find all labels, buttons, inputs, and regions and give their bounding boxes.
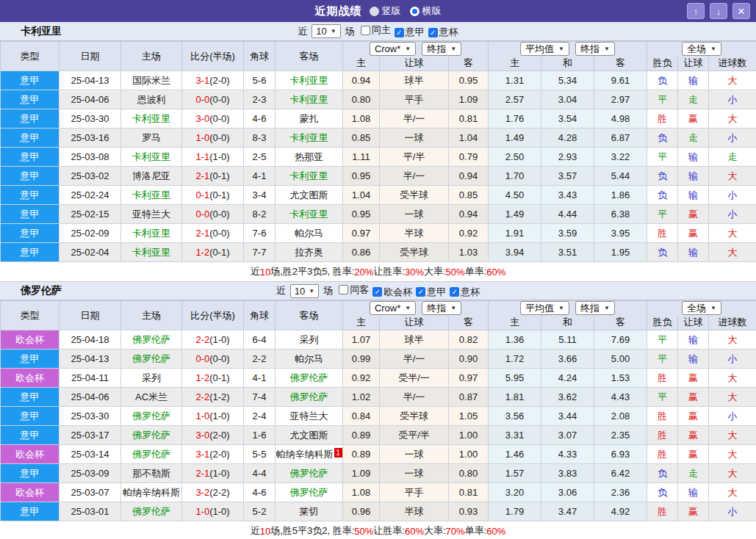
cell-result-goals: 小 xyxy=(709,186,756,205)
col-header-away: 客场 xyxy=(276,42,343,71)
final-odds-select[interactable]: 终指▼ xyxy=(422,42,461,56)
cell-avg-away: 1.86 xyxy=(594,186,647,205)
match-row: 意甲25-02-09卡利亚里2-1(0-0)7-6帕尔马0.97半球0.921.… xyxy=(1,224,756,243)
chevron-down-icon: ▼ xyxy=(405,305,411,311)
cell-avg-draw: 3.44 xyxy=(541,407,594,426)
cell-odds-home: 0.96 xyxy=(343,502,380,521)
chevron-down-icon: ▼ xyxy=(558,46,564,52)
cell-home-team: 帕纳辛纳科斯 xyxy=(121,483,182,502)
scope-select[interactable]: 全场▼ xyxy=(682,301,721,315)
cell-away-team: 尤文图斯 xyxy=(276,186,343,205)
cell-odds-handicap: 一球 xyxy=(380,464,449,483)
cell-result-goals: 大 xyxy=(709,464,756,483)
recent-count-select[interactable]: 10 ▼ xyxy=(312,24,340,38)
average-final-select[interactable]: 终指▼ xyxy=(575,42,615,56)
checkbox-checked-icon: ✓ xyxy=(372,287,382,297)
average-select[interactable]: 平均值▼ xyxy=(520,42,569,56)
cell-date: 25-03-17 xyxy=(60,426,121,445)
cell-result-handicap: 输 xyxy=(678,167,709,186)
cell-home-team: 佛罗伦萨 xyxy=(121,330,182,350)
cell-avg-away: 5.44 xyxy=(594,167,647,186)
cell-odds-home: 1.11 xyxy=(343,148,380,167)
cell-result-handicap: 走 xyxy=(678,129,709,148)
cell-avg-home: 1.49 xyxy=(489,129,541,148)
cell-result-handicap: 输 xyxy=(678,330,709,350)
final-odds-select[interactable]: 终指▼ xyxy=(422,301,461,315)
match-row: 意甲25-03-16罗马1-0(0-0)8-3卡利亚里0.85一球1.041.4… xyxy=(1,129,756,148)
scope-select[interactable]: 全场▼ xyxy=(682,42,721,56)
checkbox-label: 意甲 xyxy=(427,286,446,299)
filter-checkbox[interactable]: ✓意杯 xyxy=(428,26,458,39)
cell-avg-away: 3.22 xyxy=(594,148,647,167)
close-button[interactable]: ✕ xyxy=(732,3,750,19)
cell-avg-home: 1.49 xyxy=(489,205,541,224)
cell-home-team: 佛罗伦萨 xyxy=(121,502,182,521)
filter-checkbox[interactable]: 同客 xyxy=(339,283,369,297)
odds-group-header: Crow*▼ 终指▼ xyxy=(343,301,489,316)
cell-date: 25-03-09 xyxy=(60,464,121,483)
move-down-button[interactable]: ↓ xyxy=(710,3,727,19)
cell-avg-home: 3.94 xyxy=(489,243,541,262)
cell-odds-handicap: 球半 xyxy=(380,71,449,90)
filter-checkbox[interactable]: ✓意甲 xyxy=(416,286,446,299)
cell-avg-home: 2.50 xyxy=(489,148,541,167)
cell-league: 意甲 xyxy=(1,426,60,445)
cell-result-handicap: 赢 xyxy=(678,407,709,426)
average-group-header: 平均值▼ 终指▼ xyxy=(489,301,647,316)
cell-odds-home: 1.08 xyxy=(343,109,380,129)
cell-odds-handicap: 平/半 xyxy=(380,148,449,167)
summary-segment: 单率: xyxy=(465,524,487,538)
move-up-button[interactable]: ↑ xyxy=(687,3,705,19)
cell-league: 欧会杯 xyxy=(1,445,60,464)
team-name: 佛罗伦萨 xyxy=(21,284,62,297)
cell-date: 25-03-07 xyxy=(60,483,121,502)
average-select[interactable]: 平均值▼ xyxy=(520,301,569,315)
bookmaker-select[interactable]: Crow*▼ xyxy=(370,42,416,56)
radio-vertical-layout[interactable]: 竖版 xyxy=(370,4,401,18)
summary-segment: 60% xyxy=(486,267,505,278)
match-row: 意甲25-03-02博洛尼亚2-1(0-1)4-1卡利亚里0.95半/一0.94… xyxy=(1,167,756,186)
cell-corner: 1-6 xyxy=(244,426,276,445)
cell-league: 欧会杯 xyxy=(1,483,60,502)
matches-table-fiorentina: 类型 日期 主场 比分(半场) 角球 客场 Crow*▼ 终指▼ 平均值▼ 终指… xyxy=(0,300,756,521)
radio-horizontal-layout[interactable]: 横版 xyxy=(410,4,442,18)
cell-avg-home: 1.31 xyxy=(489,71,541,90)
sub-header-avg-home: 主 xyxy=(489,57,541,71)
cell-result-handicap: 输 xyxy=(678,243,709,262)
cell-odds-away: 0.93 xyxy=(449,502,489,521)
cell-corner: 5-6 xyxy=(244,71,276,90)
cell-avg-away: 4.92 xyxy=(594,502,647,521)
cell-odds-home: 1.09 xyxy=(343,464,380,483)
col-header-date: 日期 xyxy=(60,301,121,330)
cell-avg-away: 6.93 xyxy=(594,445,647,464)
cell-home-team: 卡利亚里 xyxy=(121,186,182,205)
col-header-score: 比分(半场) xyxy=(182,42,244,71)
filter-checkbox[interactable]: ✓意杯 xyxy=(450,286,480,299)
recent-count-select[interactable]: 10 ▼ xyxy=(290,284,319,298)
bookmaker-select[interactable]: Crow*▼ xyxy=(370,301,416,315)
cell-result-outcome: 负 xyxy=(647,464,678,483)
cell-odds-home: 0.89 xyxy=(343,445,380,464)
summary-segment: 场,胜2平3负5, 胜率: xyxy=(270,265,354,278)
cell-odds-home: 0.99 xyxy=(343,350,380,369)
cell-result-goals: 小 xyxy=(709,407,756,426)
sub-header-odds-home: 主 xyxy=(343,316,380,330)
cell-odds-home: 0.84 xyxy=(343,407,380,426)
cell-avg-home: 1.91 xyxy=(489,224,541,243)
filter-checkbox[interactable]: 同主 xyxy=(361,23,391,37)
cell-odds-handicap: 受平/半 xyxy=(380,426,449,445)
filter-checkbox[interactable]: ✓欧会杯 xyxy=(372,286,412,299)
cell-avg-away: 5.00 xyxy=(594,350,647,369)
cell-result-outcome: 胜 xyxy=(647,109,678,129)
cell-result-goals: 小 xyxy=(709,205,756,224)
chevron-down-icon: ▼ xyxy=(450,46,456,52)
summary-segment: 30% xyxy=(405,267,424,278)
cell-odds-home: 1.07 xyxy=(343,330,380,350)
cell-date: 25-02-15 xyxy=(60,205,121,224)
filter-checkbox[interactable]: ✓意甲 xyxy=(395,26,425,39)
match-row: 欧会杯25-04-11采列1-2(0-1)4-1佛罗伦萨0.92受半/一0.97… xyxy=(1,369,756,388)
checkbox-checked-icon: ✓ xyxy=(416,287,425,297)
sub-header-result-handicap: 让球 xyxy=(678,316,709,330)
cell-result-outcome: 负 xyxy=(647,129,678,148)
average-final-select[interactable]: 终指▼ xyxy=(575,301,615,315)
